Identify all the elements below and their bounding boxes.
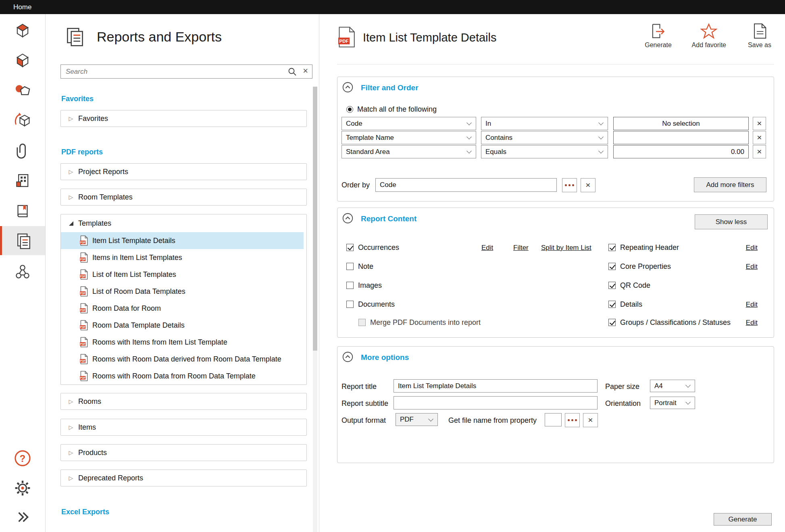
sidebar-item-shapes[interactable] bbox=[0, 76, 45, 105]
option-merge-pdf[interactable]: Merge PDF Documents into report bbox=[358, 317, 481, 328]
help-button[interactable]: ? bbox=[0, 449, 45, 468]
report-item[interactable]: PDF Rooms with Room Data derived from Ro… bbox=[61, 351, 304, 368]
checkbox-icon[interactable] bbox=[608, 319, 616, 326]
expand-triangle-icon[interactable]: ▷ bbox=[68, 449, 74, 456]
collapse-triangle-icon[interactable] bbox=[68, 221, 74, 226]
remove-filter-button[interactable]: × bbox=[753, 145, 766, 158]
report-item[interactable]: PDF List of Room Data Templates bbox=[61, 283, 304, 300]
sidebar-item-org[interactable] bbox=[0, 166, 45, 195]
remove-filter-button[interactable]: × bbox=[753, 131, 766, 144]
report-item[interactable]: PDF List of Item List Templates bbox=[61, 266, 304, 283]
filter-value-input[interactable] bbox=[613, 131, 749, 144]
collapse-section-icon[interactable] bbox=[342, 213, 353, 224]
group-room-templates[interactable]: ▷ Room Templates bbox=[60, 189, 307, 206]
sidebar-item-package[interactable] bbox=[0, 106, 45, 135]
show-less-button[interactable]: Show less bbox=[695, 214, 768, 229]
option-groups-classifications[interactable]: Groups / Classifications / Statuses bbox=[608, 317, 731, 328]
core-properties-edit-link[interactable]: Edit bbox=[746, 263, 758, 271]
occurrences-filter-link[interactable]: Filter bbox=[513, 244, 529, 252]
order-by-clear-button[interactable]: × bbox=[581, 178, 596, 192]
checkbox-icon[interactable] bbox=[608, 282, 616, 289]
orientation-select[interactable]: Portrait bbox=[650, 397, 695, 409]
sidebar-item-building[interactable] bbox=[0, 46, 45, 75]
group-templates-header[interactable]: Templates bbox=[61, 214, 306, 232]
left-panel-scrollbar[interactable] bbox=[313, 87, 317, 532]
file-name-property-clear-button[interactable]: × bbox=[583, 413, 598, 427]
report-item[interactable]: PDF Rooms with Items from Item List Temp… bbox=[61, 334, 304, 351]
order-by-more-button[interactable] bbox=[562, 178, 577, 192]
checkbox-icon[interactable] bbox=[346, 263, 354, 270]
option-repeating-header[interactable]: Repeating Header bbox=[608, 242, 679, 253]
search-icon[interactable] bbox=[287, 67, 297, 77]
output-format-select[interactable]: PDF bbox=[396, 413, 438, 426]
details-edit-link[interactable]: Edit bbox=[746, 301, 758, 309]
filter-field-select[interactable]: Standard Area bbox=[341, 145, 476, 158]
filter-operator-select[interactable]: Contains bbox=[481, 131, 608, 144]
option-qr-code[interactable]: QR Code bbox=[608, 280, 650, 291]
settings-button[interactable] bbox=[0, 478, 45, 498]
filter-operator-select[interactable]: In bbox=[481, 117, 608, 130]
filter-field-select[interactable]: Code bbox=[341, 117, 476, 130]
expand-triangle-icon[interactable]: ▷ bbox=[68, 115, 74, 122]
option-note[interactable]: Note bbox=[346, 261, 373, 272]
remove-filter-button[interactable]: × bbox=[753, 117, 766, 130]
checkbox-icon[interactable] bbox=[346, 244, 354, 251]
group-items[interactable]: ▷ Items bbox=[60, 419, 307, 436]
group-deprecated-reports[interactable]: ▷ Deprecated Reports bbox=[60, 470, 307, 486]
checkbox-icon[interactable] bbox=[346, 301, 354, 308]
report-subtitle-input[interactable] bbox=[394, 396, 598, 409]
report-item[interactable]: PDF Room Data for Room bbox=[61, 300, 304, 317]
occurrences-edit-link[interactable]: Edit bbox=[481, 244, 493, 252]
option-details[interactable]: Details bbox=[608, 299, 642, 310]
group-rooms[interactable]: ▷ Rooms bbox=[60, 393, 307, 410]
generate-button[interactable]: Generate bbox=[643, 23, 673, 49]
radio-icon[interactable] bbox=[346, 106, 353, 113]
sidebar-item-network[interactable] bbox=[0, 257, 45, 286]
file-name-property-more-button[interactable] bbox=[565, 413, 580, 427]
option-documents[interactable]: Documents bbox=[346, 299, 395, 310]
groups-edit-link[interactable]: Edit bbox=[746, 319, 758, 327]
sidebar-item-attachments[interactable] bbox=[0, 136, 45, 165]
expand-triangle-icon[interactable]: ▷ bbox=[68, 475, 74, 481]
report-item[interactable]: PDF Rooms with Room Data from Room Data … bbox=[61, 368, 304, 384]
collapse-section-icon[interactable] bbox=[342, 82, 353, 93]
expand-triangle-icon[interactable]: ▷ bbox=[68, 398, 74, 405]
filter-value-picker[interactable]: No selection bbox=[613, 117, 749, 130]
generate-report-button[interactable]: Generate bbox=[714, 513, 772, 526]
collapse-rail-button[interactable] bbox=[0, 507, 45, 527]
file-name-property-input[interactable] bbox=[545, 413, 562, 426]
filter-value-input[interactable]: 0.00 bbox=[613, 145, 749, 158]
report-title-input[interactable] bbox=[394, 379, 598, 393]
home-tab[interactable]: Home bbox=[13, 3, 31, 11]
checkbox-icon[interactable] bbox=[608, 263, 616, 270]
group-favorites[interactable]: ▷ Favorites bbox=[60, 110, 307, 127]
add-more-filters-button[interactable]: Add more filters bbox=[694, 177, 766, 192]
checkbox-icon[interactable] bbox=[358, 319, 366, 326]
match-all-option[interactable]: Match all of the following bbox=[346, 105, 437, 114]
save-as-button[interactable]: Save as bbox=[745, 23, 775, 49]
sidebar-item-reports[interactable] bbox=[0, 226, 45, 255]
clear-search-icon[interactable]: × bbox=[303, 66, 308, 75]
filter-field-select[interactable]: Template Name bbox=[341, 131, 476, 144]
collapse-section-icon[interactable] bbox=[342, 351, 353, 362]
report-item[interactable]: PDF Items in Item List Templates bbox=[61, 249, 304, 266]
expand-triangle-icon[interactable]: ▷ bbox=[68, 424, 74, 430]
scrollbar-thumb[interactable] bbox=[313, 87, 317, 351]
filter-operator-select[interactable]: Equals bbox=[481, 145, 608, 158]
checkbox-icon[interactable] bbox=[346, 282, 354, 289]
group-products[interactable]: ▷ Products bbox=[60, 444, 307, 461]
add-favorite-button[interactable]: Add favorite bbox=[692, 23, 726, 49]
order-by-input[interactable] bbox=[375, 178, 557, 192]
search-input[interactable] bbox=[66, 68, 287, 76]
repeating-header-edit-link[interactable]: Edit bbox=[746, 244, 758, 252]
option-occurrences[interactable]: Occurrences bbox=[346, 242, 399, 253]
split-by-item-list-link[interactable]: Split by Item List bbox=[541, 244, 591, 252]
sidebar-item-catalog[interactable] bbox=[0, 196, 45, 225]
checkbox-icon[interactable] bbox=[608, 244, 616, 251]
report-item[interactable]: PDF Room Data Template Details bbox=[61, 317, 304, 334]
group-project-reports[interactable]: ▷ Project Reports bbox=[60, 163, 307, 180]
report-item[interactable]: PDF Item List Template Details bbox=[61, 232, 304, 249]
checkbox-icon[interactable] bbox=[608, 301, 616, 308]
option-core-properties[interactable]: Core Properties bbox=[608, 261, 671, 272]
expand-triangle-icon[interactable]: ▷ bbox=[68, 194, 74, 200]
